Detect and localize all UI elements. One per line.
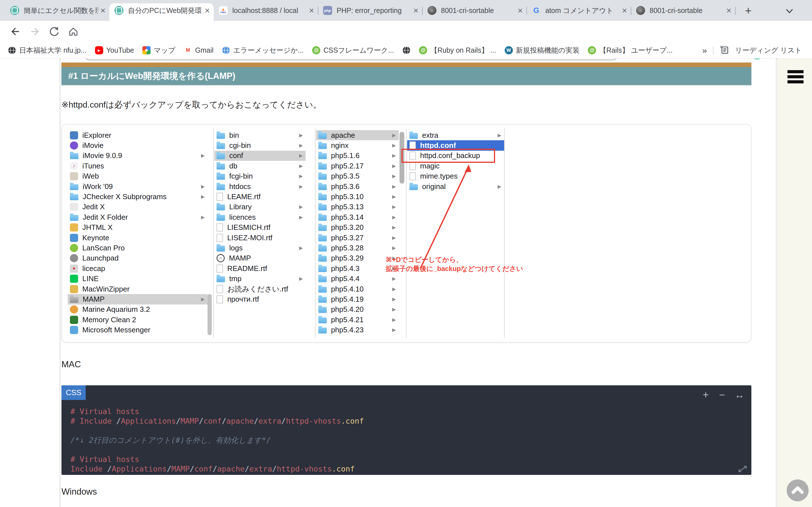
browser-tab[interactable]: 簡単にエクセル関数を理× xyxy=(5,0,109,21)
tab-close-icon[interactable]: × xyxy=(413,6,418,15)
disclosure-arrow-icon: ▶ xyxy=(299,276,303,282)
browser-tab[interactable]: ∩8001-cri-sortable× xyxy=(422,0,527,21)
bookmark-item[interactable] xyxy=(402,46,410,54)
green-at-favicon: @ xyxy=(312,46,320,54)
folder-icon xyxy=(318,184,327,190)
folder-icon xyxy=(318,143,327,149)
bookmark-item[interactable]: エラーメッセージか... xyxy=(222,46,304,55)
sphere-favicon: ∩ xyxy=(636,6,645,15)
browser-tab[interactable]: phpPHP: error_reporting× xyxy=(318,0,422,21)
document-icon xyxy=(216,295,223,303)
reload-button[interactable] xyxy=(48,25,60,38)
google-favicon: G xyxy=(532,6,541,15)
annotation-text-line2: 拡張子の最後に_backupなどつけてください xyxy=(386,264,523,273)
tab-close-icon[interactable]: × xyxy=(622,6,627,15)
folder-icon xyxy=(216,164,225,170)
finder-item-php5.3.10: php5.3.10▶ xyxy=(316,191,399,202)
finder-item-label: php5.3.10 xyxy=(331,192,364,201)
finder-item-label: php5.3.13 xyxy=(331,203,364,211)
finder-item-label: iMovie xyxy=(82,141,103,150)
cbc-study-favicon xyxy=(10,6,19,15)
code-zoom-out-icon[interactable]: − xyxy=(716,389,728,400)
tab-close-icon[interactable]: × xyxy=(205,6,210,15)
code-zoom-in-icon[interactable]: + xyxy=(700,389,711,400)
finder-item-htdocs: htdocs▶ xyxy=(214,181,306,191)
finder-item-fcgi-bin: fcgi-bin▶ xyxy=(214,171,306,181)
finder-item-label: php5.4.4 xyxy=(331,274,359,283)
bookmark-item[interactable]: @【Rails】 ユーザープ... xyxy=(588,46,672,55)
bookmark-item[interactable]: @CSSフレームワーク... xyxy=(312,46,394,55)
finder-item-label: htdocs xyxy=(229,182,251,191)
finder-item-label: db xyxy=(229,162,238,170)
tab-close-icon[interactable]: × xyxy=(726,6,731,15)
browser-tab[interactable]: ▲PMAlocalhost:8888 / local× xyxy=(214,0,318,21)
finder-item-licences: licences▶ xyxy=(214,212,306,222)
disclosure-arrow-icon: ▶ xyxy=(299,163,303,169)
bookmark-item[interactable]: @【Ruby on Rails】 ... xyxy=(419,46,496,55)
tab-close-icon[interactable]: × xyxy=(100,6,105,15)
finder-item-php5.4.10: php5.4.10▶ xyxy=(316,284,399,294)
browser-tab[interactable]: ∩8001-cri-sortable× xyxy=(631,0,735,21)
browser-tab[interactable]: 自分のPCにWeb開発環× xyxy=(109,0,214,21)
disclosure-arrow-icon: ▶ xyxy=(392,143,396,149)
folder-icon xyxy=(318,174,327,180)
tab-close-icon[interactable]: × xyxy=(518,6,523,15)
browser-window: 簡単にエクセル関数を理×自分のPCにWeb開発環×▲PMAlocalhost:8… xyxy=(0,0,812,507)
finder-item-label: прочти.rtf xyxy=(227,295,259,304)
bookmark-label: Gmail xyxy=(195,46,213,54)
finder-item-php5.4.19: php5.4.19▶ xyxy=(316,294,399,304)
scroll-to-top-button[interactable] xyxy=(786,480,809,501)
finder-item-php5.4.21: php5.4.21▶ xyxy=(316,315,399,325)
folder-icon xyxy=(216,174,225,180)
site-menu-icon[interactable] xyxy=(788,70,804,83)
bookmark-item[interactable]: ▶YouTube xyxy=(95,46,134,54)
tab-close-icon[interactable]: × xyxy=(309,6,314,15)
disclosure-arrow-icon: ▶ xyxy=(299,153,303,159)
finder-item-label: php5.4.3 xyxy=(331,264,359,273)
reading-list-icon[interactable] xyxy=(720,45,729,55)
disclosure-arrow-icon: ▶ xyxy=(498,132,501,138)
finder-item-imovie-9.0.9: iMovie 9.0.9▶ xyxy=(68,151,207,161)
content-right-shadow xyxy=(775,59,777,507)
code-resize-handle-icon[interactable] xyxy=(738,465,748,473)
bookmark-label: 日本福祉大学 nfu.jp... xyxy=(19,46,87,55)
bookmark-item[interactable]: 日本福祉大学 nfu.jp... xyxy=(8,46,87,55)
folder-icon xyxy=(318,297,327,303)
finder-item-licecap: ●licecap xyxy=(68,263,207,274)
tab-title: 8001-cri-sortable xyxy=(441,6,515,15)
folder-icon xyxy=(318,276,327,282)
finder-item-label: Memory Clean 2 xyxy=(82,316,136,324)
back-button[interactable] xyxy=(9,25,21,38)
bookmark-item[interactable]: W新規投稿機能の実装 xyxy=(505,46,580,55)
sphere-favicon: ∩ xyxy=(427,6,437,15)
home-button[interactable] xyxy=(67,25,80,38)
bookmark-item[interactable]: MGmail xyxy=(184,46,213,54)
bookmark-label: エラーメッセージか... xyxy=(233,46,304,55)
app-icon xyxy=(70,244,78,252)
browser-tab[interactable]: Gatom コメントアウト× xyxy=(527,0,631,21)
code-expand-icon[interactable]: ↔ xyxy=(734,389,745,400)
finder-item-label: iTunes xyxy=(82,162,104,170)
tab-search-chevron-icon[interactable] xyxy=(784,7,795,15)
finder-item--.rtf: прочти.rtf xyxy=(214,294,306,304)
disclosure-arrow-icon: ▶ xyxy=(299,214,303,220)
finder-item-cgi-bin: cgi-bin▶ xyxy=(214,140,306,151)
tab-title: 簡単にエクセル関数を理 xyxy=(24,6,98,15)
finder-item-nginx: nginx▶ xyxy=(316,140,399,151)
tab-title: localhost:8888 / local xyxy=(232,6,307,15)
finder-item-php5.3.5: php5.3.5▶ xyxy=(316,171,399,181)
app-icon xyxy=(70,142,78,150)
bookmark-item[interactable]: マップ xyxy=(142,46,175,55)
wordpress-favicon: W xyxy=(505,46,513,54)
page-right-margin xyxy=(777,59,812,507)
finder-item-label: Marine Aquarium 3.2 xyxy=(82,305,150,314)
bookmark-label: 【Ruby on Rails】 ... xyxy=(430,46,496,55)
tab-title: atom コメントアウト xyxy=(545,6,620,15)
document-icon xyxy=(216,223,223,231)
code-language-tag: CSS xyxy=(61,385,86,400)
bookmarks-overflow-chevron[interactable]: » xyxy=(702,46,707,55)
reading-list-label[interactable]: リーディング リスト xyxy=(735,46,802,55)
forward-button[interactable] xyxy=(29,25,41,38)
finder-column-divider xyxy=(315,128,315,338)
new-tab-button[interactable]: + xyxy=(742,4,755,17)
